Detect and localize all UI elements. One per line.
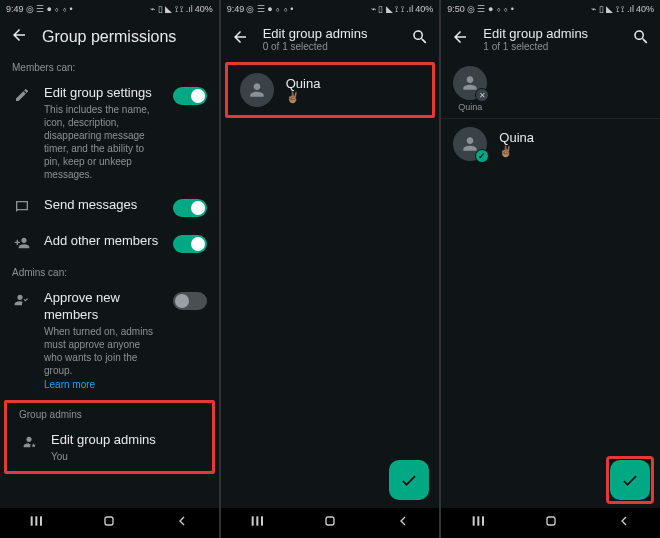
- svg-rect-8: [472, 516, 474, 525]
- nav-home-icon[interactable]: [322, 513, 338, 533]
- contact-status: ✌🏽: [286, 91, 321, 104]
- send-messages-title: Send messages: [44, 197, 161, 214]
- nav-home-icon[interactable]: [101, 513, 117, 533]
- svg-rect-3: [105, 517, 113, 525]
- svg-rect-2: [40, 516, 42, 525]
- row-send-messages[interactable]: Send messages: [0, 189, 219, 225]
- contact-name: Quina: [499, 130, 534, 145]
- confirm-fab[interactable]: [389, 460, 429, 500]
- person-check-icon: [12, 292, 32, 308]
- back-icon[interactable]: [451, 28, 469, 50]
- nav-bar: [441, 508, 660, 538]
- back-icon[interactable]: [231, 28, 249, 50]
- avatar: [453, 66, 487, 100]
- check-badge-icon: [475, 149, 489, 163]
- svg-rect-6: [261, 516, 263, 525]
- screen-group-permissions: 9:49 ◎ ☰ ● ⬨ ⬨ • ⌁ ▯ ◣ ⟟ ⟟ .ıl 40% Group…: [0, 0, 219, 538]
- status-left-icons: ◎ ☰ ● ⬨ ⬨ •: [467, 4, 514, 14]
- screen-edit-admins-unselected: 9:49 ◎ ☰ ● ⬨ ⬨ • ⌁ ▯ ◣ ⟟ ⟟ .ıl 40% Edit …: [221, 0, 440, 538]
- svg-rect-10: [482, 516, 484, 525]
- row-add-members[interactable]: Add other members: [0, 225, 219, 261]
- screen-edit-admins-selected: 9:50 ◎ ☰ ● ⬨ ⬨ • ⌁ ▯ ◣ ⟟ ⟟ .ıl 40% Edit …: [441, 0, 660, 538]
- person-add-icon: [12, 235, 32, 251]
- page-title: Edit group admins: [483, 26, 618, 41]
- contact-name: Quina: [286, 76, 321, 91]
- members-can-label: Members can:: [0, 56, 219, 77]
- status-time: 9:49: [227, 4, 245, 14]
- contact-status: ✌🏽: [499, 145, 534, 158]
- svg-rect-9: [477, 516, 479, 525]
- toggle-send-messages[interactable]: [173, 199, 207, 217]
- selected-chip-quina[interactable]: Quina: [453, 66, 487, 112]
- status-battery: 40%: [195, 4, 213, 14]
- nav-home-icon[interactable]: [543, 513, 559, 533]
- status-time: 9:50: [447, 4, 465, 14]
- status-bar: 9:49 ◎ ☰ ● ⬨ ⬨ • ⌁ ▯ ◣ ⟟ ⟟ .ıl 40%: [221, 0, 440, 18]
- search-icon[interactable]: [411, 28, 429, 50]
- status-left-icons: ◎ ☰ ● ⬨ ⬨ •: [26, 4, 73, 14]
- learn-more-link[interactable]: Learn more: [44, 379, 161, 390]
- svg-rect-1: [36, 516, 38, 525]
- nav-back-icon[interactable]: [616, 513, 632, 533]
- status-battery: 40%: [636, 4, 654, 14]
- approve-title: Approve new members: [44, 290, 161, 324]
- page-title: Group permissions: [42, 28, 176, 46]
- back-icon[interactable]: [10, 26, 28, 48]
- app-bar: Edit group admins 1 of 1 selected: [441, 18, 660, 60]
- svg-rect-4: [252, 516, 254, 525]
- confirm-fab[interactable]: [610, 460, 650, 500]
- contact-row-quina[interactable]: Quina ✌🏽: [441, 119, 660, 169]
- add-members-title: Add other members: [44, 233, 161, 250]
- nav-back-icon[interactable]: [395, 513, 411, 533]
- toggle-edit-settings[interactable]: [173, 87, 207, 105]
- status-right-icons: ⌁ ▯ ◣ ⟟ ⟟ .ıl: [591, 4, 634, 15]
- nav-recent-icon[interactable]: [249, 513, 265, 533]
- remove-badge-icon[interactable]: [475, 88, 489, 102]
- status-right-icons: ⌁ ▯ ◣ ⟟ ⟟ .ıl: [150, 4, 193, 15]
- app-bar: Edit group admins 0 of 1 selected: [221, 18, 440, 60]
- group-admins-label: Group admins: [7, 403, 212, 424]
- status-bar: 9:50 ◎ ☰ ● ⬨ ⬨ • ⌁ ▯ ◣ ⟟ ⟟ .ıl 40%: [441, 0, 660, 18]
- page-title: Edit group admins: [263, 26, 398, 41]
- approve-desc: When turned on, admins must approve anyo…: [44, 325, 161, 377]
- page-subtitle: 0 of 1 selected: [263, 41, 398, 52]
- nav-recent-icon[interactable]: [470, 513, 486, 533]
- svg-rect-11: [547, 517, 555, 525]
- row-edit-group-settings[interactable]: Edit group settings This includes the na…: [0, 77, 219, 189]
- nav-recent-icon[interactable]: [28, 513, 44, 533]
- nav-bar: [221, 508, 440, 538]
- avatar: [453, 127, 487, 161]
- nav-bar: [0, 508, 219, 538]
- edit-admins-sub: You: [51, 450, 200, 463]
- edit-settings-title: Edit group settings: [44, 85, 161, 102]
- message-icon: [12, 199, 32, 215]
- edit-settings-desc: This includes the name, icon, descriptio…: [44, 103, 161, 181]
- svg-rect-0: [31, 516, 33, 525]
- page-subtitle: 1 of 1 selected: [483, 41, 618, 52]
- selected-name: Quina: [458, 102, 482, 112]
- status-bar: 9:49 ◎ ☰ ● ⬨ ⬨ • ⌁ ▯ ◣ ⟟ ⟟ .ıl 40%: [0, 0, 219, 18]
- contact-row-quina[interactable]: Quina ✌🏽: [228, 65, 433, 115]
- search-icon[interactable]: [632, 28, 650, 50]
- row-edit-group-admins[interactable]: Edit group admins You: [7, 424, 212, 471]
- edit-admins-title: Edit group admins: [51, 432, 200, 449]
- admin-icon: [19, 434, 39, 450]
- admins-can-label: Admins can:: [0, 261, 219, 282]
- toggle-add-members[interactable]: [173, 235, 207, 253]
- highlight-edit-admins: Group admins Edit group admins You: [4, 400, 215, 474]
- nav-back-icon[interactable]: [174, 513, 190, 533]
- row-approve-members[interactable]: Approve new members When turned on, admi…: [0, 282, 219, 398]
- svg-rect-5: [256, 516, 258, 525]
- avatar: [240, 73, 274, 107]
- status-time: 9:49: [6, 4, 24, 14]
- svg-rect-7: [326, 517, 334, 525]
- status-right-icons: ⌁ ▯ ◣ ⟟ ⟟ .ıl: [371, 4, 414, 15]
- status-battery: 40%: [415, 4, 433, 14]
- highlight-contact: Quina ✌🏽: [225, 62, 436, 118]
- app-bar: Group permissions: [0, 18, 219, 56]
- status-left-icons: ◎ ☰ ● ⬨ ⬨ •: [246, 4, 293, 14]
- toggle-approve-members[interactable]: [173, 292, 207, 310]
- pencil-icon: [12, 87, 32, 103]
- highlight-fab: [606, 456, 654, 504]
- selected-strip: Quina: [441, 60, 660, 118]
